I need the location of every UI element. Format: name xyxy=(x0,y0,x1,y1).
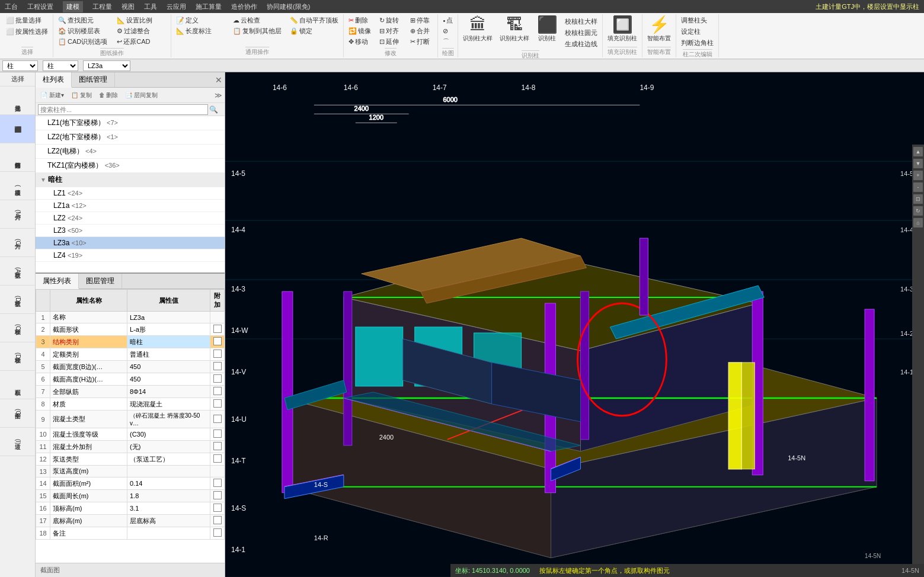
identify-col-sample-btn[interactable]: 🏛 识别柱大样 xyxy=(461,15,495,44)
prop-val-3[interactable]: 暗柱 xyxy=(127,336,210,348)
sidebar-item-6[interactable]: 联盖板(A) xyxy=(0,257,35,286)
prop-val-7[interactable]: 8Φ14 xyxy=(127,386,210,398)
verify-col-sample-btn[interactable]: 校核柱大样 xyxy=(562,17,600,27)
filter-merge-btn[interactable]: ⚙过滤整合 xyxy=(114,26,168,36)
fill-identify-btn[interactable]: 🔲 填充识别柱 xyxy=(605,15,640,44)
sidebar-item-7[interactable]: 联盖板(D) xyxy=(0,286,35,314)
menu-item-tools[interactable]: 工具 xyxy=(144,2,157,11)
prop-val-16[interactable]: 3.1 xyxy=(127,502,210,515)
list-item-lz4[interactable]: LZ4 <19> xyxy=(36,249,225,262)
define-btn[interactable]: 📝定义 xyxy=(174,15,227,25)
mirror-btn[interactable]: 🔁镜像 xyxy=(346,26,373,36)
copy-to-floor-btn[interactable]: 📋复制到其他层 xyxy=(231,26,284,36)
sidebar-item-2[interactable]: 竖向分布钢筋非 xyxy=(0,143,35,172)
sidebar-btn-4[interactable]: ↻ xyxy=(913,206,923,216)
identify-floor-btn[interactable]: 🏠识别楼层表 xyxy=(56,26,110,36)
find-element-btn[interactable]: 🔍查找图元 xyxy=(56,15,110,25)
list-item-lz2-1[interactable]: LZ2(地下室楼梯） <1> xyxy=(36,130,225,145)
sidebar-item-12[interactable]: 坡道(I) xyxy=(0,428,35,456)
menu-item-working[interactable]: 工台 xyxy=(5,2,18,11)
sidebar-item-batch[interactable]: 批量选择 xyxy=(0,86,35,115)
prop-val-2[interactable]: L-a形 xyxy=(127,323,210,336)
check-10[interactable] xyxy=(213,429,222,438)
auto-align-btn[interactable]: 📏自动平齐顶板 xyxy=(287,15,341,25)
sidebar-item-10[interactable]: 板面积 xyxy=(0,371,35,399)
menu-item-collab[interactable]: 协同建模(限免) xyxy=(267,2,310,11)
arc-btn[interactable]: ⌒ xyxy=(440,37,455,47)
list-item-lz3a[interactable]: LZ3a <10> xyxy=(36,237,225,249)
identify-col-btn[interactable]: ⬛ 识别柱 xyxy=(534,15,560,44)
sidebar-scroll-up[interactable]: ▲ xyxy=(913,147,923,156)
menu-item-engineering[interactable]: 工程设置 xyxy=(27,2,53,11)
component-type-select[interactable]: 柱 xyxy=(2,60,38,71)
identify-col-large-btn[interactable]: 🏗 识别柱大样 xyxy=(497,15,532,44)
extend-btn[interactable]: ⊡延伸 xyxy=(377,37,404,47)
prop-val-8[interactable]: 现浇混凝土 xyxy=(127,398,210,411)
check-4[interactable] xyxy=(213,350,222,358)
group-header-hidden[interactable]: ▼ 暗柱 xyxy=(36,173,225,187)
restore-cad-btn[interactable]: ↩还原CAD xyxy=(114,37,168,47)
prop-val-15[interactable]: 1.8 xyxy=(127,490,210,502)
column-search-input[interactable] xyxy=(38,104,208,115)
check-12[interactable] xyxy=(213,454,222,463)
check-18[interactable] xyxy=(213,528,222,537)
verify-col-circle-btn[interactable]: 校核柱圆元 xyxy=(562,28,600,38)
list-item-lz3[interactable]: LZ3 <50> xyxy=(36,225,225,237)
adjust-col-head-btn[interactable]: 调整柱头 xyxy=(679,15,716,25)
move-btn[interactable]: ✥移动 xyxy=(346,37,373,47)
check-5[interactable] xyxy=(213,362,222,370)
canvas-area[interactable]: 14-5 14-4 14-3 14-W 14-V 14-U 14-T 14-S … xyxy=(225,72,924,577)
gen-col-edge-btn[interactable]: 生成柱边线 xyxy=(562,39,600,49)
sidebar-scroll-down[interactable]: ▼ xyxy=(913,159,923,168)
sidebar-item-active[interactable]: ⬛ xyxy=(0,115,35,143)
check-6[interactable] xyxy=(213,374,222,383)
prop-val-14[interactable]: 0.14 xyxy=(127,477,210,490)
prop-val-11[interactable]: (无) xyxy=(127,441,210,453)
cloud-check-btn[interactable]: ☁云检查 xyxy=(231,15,284,25)
check-7[interactable] xyxy=(213,387,222,395)
merge-btn[interactable]: ⊕合并 xyxy=(408,26,435,36)
align-btn[interactable]: ⊟对齐 xyxy=(377,26,404,36)
prop-val-4[interactable]: 普通柱 xyxy=(127,348,210,361)
menu-item-quantity[interactable]: 工程量 xyxy=(92,2,112,11)
set-scale-btn[interactable]: 📐设置比例 xyxy=(114,15,168,25)
check-17[interactable] xyxy=(213,516,222,524)
check-3[interactable] xyxy=(213,337,222,345)
rotate-btn[interactable]: ↻旋转 xyxy=(377,15,404,25)
check-9[interactable] xyxy=(213,415,222,423)
component-name-select[interactable]: LZ3a xyxy=(83,60,130,71)
check-2[interactable] xyxy=(213,325,222,333)
menu-item-cloud[interactable]: 云应用 xyxy=(167,2,186,11)
smart-layout-btn[interactable]: ⚡ 智能布置 xyxy=(645,15,673,44)
tab-drawing-mgmt[interactable]: 图纸管理 xyxy=(72,72,115,87)
list-item-lz1-dark[interactable]: LZ1 <24> xyxy=(36,187,225,200)
list-item-lz1[interactable]: LZ1(地下室楼梯） <7> xyxy=(36,116,225,130)
prop-val-10[interactable]: (C30) xyxy=(127,428,210,441)
panel-expand-btn[interactable]: ≫ xyxy=(215,91,222,100)
prop-val-17[interactable]: 层底标高 xyxy=(127,515,210,527)
batch-select-btn[interactable]: ⬜批量选择 xyxy=(4,15,44,25)
menu-item-view[interactable]: 视图 xyxy=(122,2,135,11)
menu-item-pricing[interactable]: 造价协作 xyxy=(231,2,257,11)
dock-btn[interactable]: ⊞停靠 xyxy=(408,15,435,25)
panel-close-btn[interactable]: ✕ xyxy=(215,75,222,85)
lock-btn[interactable]: 🔒锁定 xyxy=(287,26,341,36)
judge-corner-btn[interactable]: 判断边角柱 xyxy=(679,38,716,48)
layer-copy-btn[interactable]: 📑 层间复制 xyxy=(123,91,160,100)
tab-layer-mgmt[interactable]: 图层管理 xyxy=(79,274,122,288)
list-item-lz1a[interactable]: LZ1a <12> xyxy=(36,200,225,212)
cad-identify-btn[interactable]: 📋CAD识别选项 xyxy=(56,37,110,47)
sidebar-btn-1[interactable]: + xyxy=(913,171,923,180)
set-col-btn[interactable]: 设定柱 xyxy=(679,27,716,37)
search-icon[interactable]: 🔍 xyxy=(209,105,218,114)
component-subtype-select[interactable]: 柱 xyxy=(43,60,78,71)
delete-column-btn[interactable]: 🗑 删除 xyxy=(97,91,121,100)
cut-btn[interactable]: ✂打断 xyxy=(408,37,435,47)
tab-column-list[interactable]: 柱列表 xyxy=(36,72,72,88)
sidebar-btn-3[interactable]: ⊡ xyxy=(913,194,923,204)
section-diagram-link[interactable]: 截面图 xyxy=(40,566,60,575)
new-column-btn[interactable]: 📄 新建▾ xyxy=(38,91,66,100)
check-16[interactable] xyxy=(213,504,222,512)
list-item-tkz1[interactable]: TKZ1(室内楼梯） <36> xyxy=(36,159,225,173)
prop-val-9[interactable]: （碎石混凝土 坍落度30-50 v… xyxy=(127,411,210,428)
